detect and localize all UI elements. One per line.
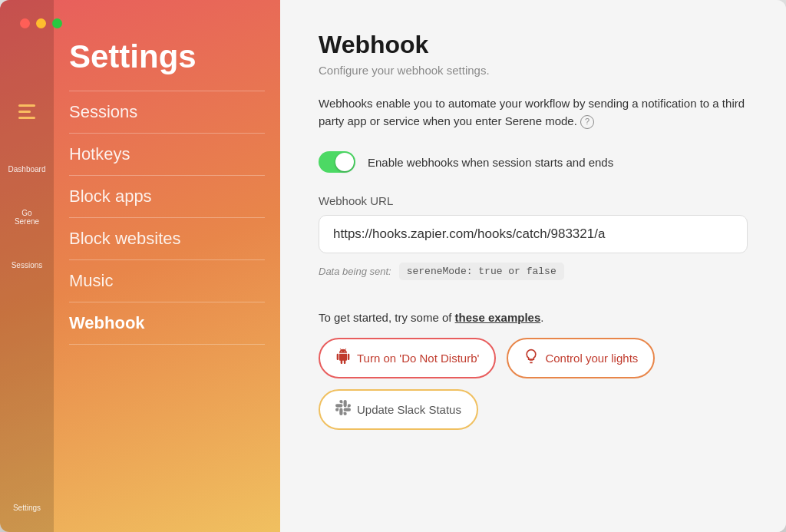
android-icon <box>335 349 351 368</box>
example-btn-control-lights[interactable]: Control your lights <box>507 338 655 378</box>
settings-bottom-label: Settings <box>13 504 41 512</box>
lights-icon <box>523 349 539 368</box>
webhook-url-input[interactable] <box>319 215 748 253</box>
data-sent-row: Data being sent: sereneMode: true or fal… <box>319 263 748 280</box>
example-btn-do-not-disturb[interactable]: Turn on 'Do Not Disturb' <box>319 338 496 378</box>
toggle-row: Enable webhooks when session starts and … <box>319 151 748 173</box>
sessions-label: Sessions <box>12 261 43 269</box>
page-subtitle: Configure your webhook settings. <box>319 64 748 77</box>
nav-item-block-apps[interactable]: Block apps <box>69 176 265 218</box>
sidebar-nav: Sessions Hotkeys Block apps Block websit… <box>69 91 265 345</box>
sidebar-icon-settings-bottom[interactable]: Settings <box>4 479 50 520</box>
webhook-toggle[interactable] <box>319 151 355 173</box>
control-lights-label: Control your lights <box>545 352 638 365</box>
help-icon[interactable]: ? <box>580 115 594 129</box>
do-not-disturb-label: Turn on 'Do Not Disturb' <box>357 352 479 365</box>
example-btn-update-slack[interactable]: Update Slack Status <box>319 389 478 430</box>
data-sent-label: Data being sent: <box>319 266 391 277</box>
sidebar-icon-dashboard[interactable]: Dashboard <box>4 140 50 181</box>
url-label: Webhook URL <box>319 194 748 207</box>
main-content: Webhook Configure your webhook settings.… <box>280 0 786 532</box>
dashboard-label: Dashboard <box>8 165 46 173</box>
sidebar-icon-strip: Dashboard Go Serene <box>0 0 54 532</box>
sidebar-title: Settings <box>69 38 265 75</box>
sidebar-icon-go-serene[interactable]: Go Serene <box>4 184 50 233</box>
examples-link[interactable]: these examples <box>455 311 541 324</box>
nav-item-block-websites[interactable]: Block websites <box>69 218 265 260</box>
examples-section: To get started, try some of these exampl… <box>319 311 748 430</box>
page-title: Webhook <box>319 31 748 59</box>
app-window: Dashboard Go Serene <box>0 0 786 532</box>
update-slack-label: Update Slack Status <box>357 403 461 416</box>
sidebar: Dashboard Go Serene <box>0 0 280 532</box>
nav-item-webhook[interactable]: Webhook <box>69 302 265 345</box>
url-section: Webhook URL Data being sent: sereneMode:… <box>319 194 748 280</box>
sidebar-nav-area: Settings Sessions Hotkeys Block apps Blo… <box>54 0 280 532</box>
go-serene-label: Go Serene <box>10 209 44 226</box>
nav-item-sessions[interactable]: Sessions <box>69 91 265 134</box>
description: Webhooks enable you to automate your wor… <box>319 95 748 130</box>
slack-icon <box>335 400 351 419</box>
example-buttons: Turn on 'Do Not Disturb' Control your li… <box>319 338 748 430</box>
sidebar-icon-sessions[interactable]: Sessions <box>4 236 50 277</box>
toggle-label: Enable webhooks when session starts and … <box>368 156 613 169</box>
app-logo <box>12 98 41 125</box>
nav-item-hotkeys[interactable]: Hotkeys <box>69 134 265 176</box>
data-sent-value: sereneMode: true or false <box>399 263 564 280</box>
nav-item-music[interactable]: Music <box>69 260 265 302</box>
examples-text: To get started, try some of these exampl… <box>319 311 748 324</box>
